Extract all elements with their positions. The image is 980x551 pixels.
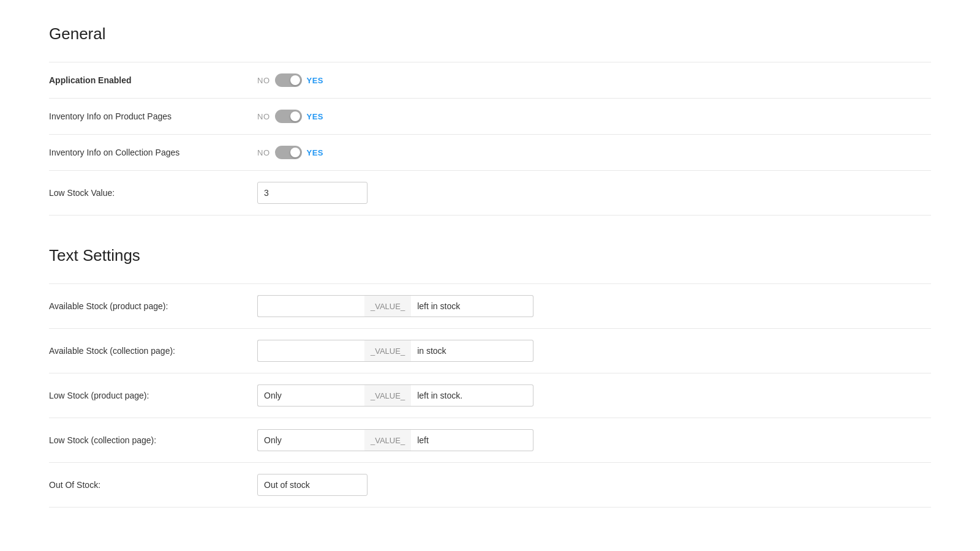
available-stock-product-prefix-input[interactable]: [257, 295, 364, 317]
low-stock-product-suffix-input[interactable]: [411, 384, 533, 407]
toggle-thumb-0: [290, 75, 300, 85]
low-stock-product-row: Low Stock (product page): _VALUE_: [49, 373, 931, 418]
general-title: General: [49, 24, 931, 43]
low-stock-value-row: Low Stock Value:: [49, 171, 931, 216]
text-settings-title: Text Settings: [49, 246, 931, 265]
available-stock-collection-suffix-input[interactable]: [411, 340, 533, 362]
low-stock-collection-label: Low Stock (collection page):: [49, 435, 257, 445]
toggle-yes-label-0: YES: [307, 76, 324, 85]
toggle-thumb-1: [290, 111, 300, 121]
low-stock-value-label: Low Stock Value:: [49, 188, 257, 198]
out-of-stock-row: Out Of Stock:: [49, 463, 931, 508]
toggle-yes-label-1: YES: [307, 112, 324, 121]
out-of-stock-control: [257, 474, 368, 496]
toggle-no-label-0: NO: [257, 76, 270, 85]
low-stock-collection-control: _VALUE_: [257, 429, 533, 451]
out-of-stock-input[interactable]: [257, 474, 368, 496]
available-stock-collection-prefix-input[interactable]: [257, 340, 364, 362]
low-stock-value-input[interactable]: [257, 182, 368, 204]
application-enabled-row: Application Enabled NO YES: [49, 62, 931, 99]
application-enabled-control: NO YES: [257, 73, 323, 87]
available-stock-product-suffix-input[interactable]: [411, 295, 533, 317]
toggle-yes-label-2: YES: [307, 148, 324, 157]
available-stock-collection-label: Available Stock (collection page):: [49, 346, 257, 356]
application-enabled-label: Application Enabled: [49, 75, 257, 85]
inventory-collection-pages-label: Inventory Info on Collection Pages: [49, 148, 257, 157]
low-stock-product-prefix-input[interactable]: [257, 384, 364, 407]
low-stock-collection-suffix-input[interactable]: [411, 429, 533, 451]
toggle-no-label-2: NO: [257, 148, 270, 157]
value-separator-0: _VALUE_: [364, 295, 411, 317]
available-stock-product-label: Available Stock (product page):: [49, 301, 257, 311]
text-settings-section: Text Settings Available Stock (product p…: [49, 246, 931, 508]
toggle-thumb-2: [290, 148, 300, 157]
available-stock-product-control: _VALUE_: [257, 295, 533, 317]
out-of-stock-label: Out Of Stock:: [49, 480, 257, 490]
inventory-product-pages-control: NO YES: [257, 110, 323, 123]
value-separator-2: _VALUE_: [364, 384, 411, 407]
inventory-collection-pages-toggle[interactable]: [275, 146, 302, 159]
value-separator-1: _VALUE_: [364, 340, 411, 362]
low-stock-product-label: Low Stock (product page):: [49, 391, 257, 400]
toggle-no-label-1: NO: [257, 112, 270, 121]
application-enabled-toggle[interactable]: [275, 73, 302, 87]
low-stock-value-control: [257, 182, 368, 204]
inventory-product-pages-row: Inventory Info on Product Pages NO YES: [49, 99, 931, 135]
inventory-collection-pages-row: Inventory Info on Collection Pages NO YE…: [49, 135, 931, 171]
available-stock-product-row: Available Stock (product page): _VALUE_: [49, 283, 931, 329]
low-stock-collection-row: Low Stock (collection page): _VALUE_: [49, 418, 931, 463]
low-stock-collection-prefix-input[interactable]: [257, 429, 364, 451]
value-separator-3: _VALUE_: [364, 429, 411, 451]
available-stock-collection-control: _VALUE_: [257, 340, 533, 362]
available-stock-collection-row: Available Stock (collection page): _VALU…: [49, 329, 931, 373]
inventory-product-pages-toggle[interactable]: [275, 110, 302, 123]
low-stock-product-control: _VALUE_: [257, 384, 533, 407]
general-section: General Application Enabled NO YES Inven…: [49, 24, 931, 216]
inventory-product-pages-label: Inventory Info on Product Pages: [49, 111, 257, 121]
inventory-collection-pages-control: NO YES: [257, 146, 323, 159]
